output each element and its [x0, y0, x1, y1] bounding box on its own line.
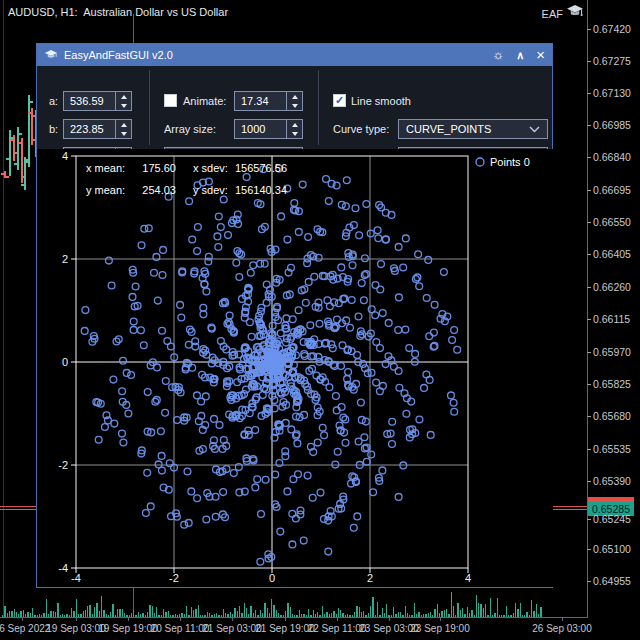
volume-bar[interactable]	[193, 610, 194, 617]
price-tick-label[interactable]: 0.66405	[593, 248, 631, 260]
volume-bar[interactable]	[152, 606, 153, 617]
volume-bar[interactable]	[156, 607, 157, 617]
volume-bar[interactable]	[89, 605, 90, 617]
volume-bar[interactable]	[87, 606, 88, 617]
volume-bar[interactable]	[405, 606, 406, 617]
candle-close-tick[interactable]	[19, 133, 22, 135]
volume-bar[interactable]	[273, 605, 274, 617]
array-size-input[interactable]	[235, 120, 286, 138]
volume-bar[interactable]	[467, 607, 468, 617]
price-tick[interactable]	[587, 352, 591, 353]
candle-open-tick[interactable]	[21, 184, 24, 186]
price-tick-label[interactable]: 0.65100	[593, 543, 631, 555]
candle-open-tick[interactable]	[32, 115, 35, 117]
time-tick[interactable]	[180, 618, 181, 621]
candle-bar[interactable]	[13, 135, 15, 161]
volume-bar[interactable]	[485, 604, 486, 617]
volume-bar[interactable]	[191, 607, 192, 617]
price-tick-label[interactable]: 0.67420	[593, 23, 631, 35]
time-tick[interactable]	[285, 618, 286, 621]
time-tick-label[interactable]: 23 Sep 19:00	[395, 623, 485, 634]
volume-bar[interactable]	[264, 603, 265, 617]
array-size-spin-up-button[interactable]	[287, 120, 302, 129]
volume-bar[interactable]	[370, 606, 371, 617]
price-tick[interactable]	[587, 254, 591, 255]
candle-open-tick[interactable]	[28, 112, 31, 114]
price-tick-label[interactable]: 0.65970	[593, 346, 631, 358]
volume-bar[interactable]	[14, 609, 15, 617]
candle-open-tick[interactable]	[6, 158, 9, 160]
volume-bar[interactable]	[453, 606, 454, 617]
time-tick[interactable]	[337, 618, 338, 621]
volume-bar[interactable]	[483, 608, 484, 617]
price-tick[interactable]	[587, 549, 591, 550]
volume-bar[interactable]	[246, 608, 247, 617]
animate-spin-up-button[interactable]	[287, 92, 302, 101]
volume-bar[interactable]	[451, 592, 452, 617]
volume-bar[interactable]	[85, 610, 86, 617]
close-icon[interactable]: ×	[536, 45, 545, 65]
volume-bar[interactable]	[234, 608, 235, 617]
curve-type-dropdown[interactable]: CURVE_POINTS	[398, 119, 548, 139]
volume-bar[interactable]	[149, 605, 150, 617]
candle-bar[interactable]	[28, 95, 30, 167]
volume-bar[interactable]	[4, 606, 5, 617]
volume-bar[interactable]	[356, 606, 357, 617]
volume-bar[interactable]	[23, 610, 24, 617]
candle-close-tick[interactable]	[6, 176, 9, 178]
volume-bar[interactable]	[490, 598, 491, 617]
volume-bar[interactable]	[32, 608, 33, 617]
price-tick[interactable]	[587, 157, 591, 158]
price-tick[interactable]	[587, 519, 591, 520]
volume-bar[interactable]	[382, 608, 383, 617]
candle-open-tick[interactable]	[1, 173, 4, 175]
volume-bar[interactable]	[520, 603, 521, 617]
price-tick-label[interactable]: 0.66985	[593, 119, 631, 131]
volume-bar[interactable]	[478, 603, 479, 617]
animate-checkbox[interactable]	[164, 94, 177, 107]
volume-bar[interactable]	[163, 609, 164, 617]
volume-bar[interactable]	[444, 610, 445, 617]
volume-bar[interactable]	[186, 606, 187, 617]
price-tick-label[interactable]: 0.67275	[593, 55, 631, 67]
b-spin-down-button[interactable]	[116, 129, 131, 138]
price-tick[interactable]	[587, 319, 591, 320]
price-tick[interactable]	[587, 449, 591, 450]
volume-bar[interactable]	[133, 610, 134, 617]
price-tick[interactable]	[587, 190, 591, 191]
a-input[interactable]	[64, 92, 115, 110]
volume-bar[interactable]	[198, 605, 199, 617]
volume-bar[interactable]	[223, 609, 224, 617]
volume-bar[interactable]	[338, 608, 339, 617]
volume-bar[interactable]	[386, 604, 387, 617]
volume-bar[interactable]	[515, 603, 516, 617]
price-tick[interactable]	[587, 416, 591, 417]
volume-bar[interactable]	[434, 609, 435, 617]
price-tick[interactable]	[587, 581, 591, 582]
time-tick[interactable]	[389, 618, 390, 621]
price-tick[interactable]	[587, 29, 591, 30]
volume-bar[interactable]	[480, 604, 481, 617]
price-tick[interactable]	[587, 222, 591, 223]
candle-open-tick[interactable]	[25, 159, 28, 161]
candle-open-tick[interactable]	[14, 163, 17, 165]
volume-bar[interactable]	[460, 610, 461, 617]
a-spin-down-button[interactable]	[116, 101, 131, 110]
animate-input[interactable]	[235, 92, 286, 110]
volume-bar[interactable]	[119, 609, 120, 617]
panel-titlebar[interactable]: EasyAndFastGUI v2.0 ☼ ∧ ×	[37, 44, 552, 66]
a-spin-up-button[interactable]	[116, 92, 131, 101]
volume-bar[interactable]	[536, 604, 537, 617]
price-tick-label[interactable]: 0.67130	[593, 87, 631, 99]
volume-bar[interactable]	[57, 603, 58, 617]
volume-bar[interactable]	[255, 610, 256, 617]
volume-bar[interactable]	[101, 596, 102, 617]
volume-bar[interactable]	[476, 595, 477, 617]
volume-bar[interactable]	[271, 599, 272, 617]
volume-bar[interactable]	[290, 607, 291, 617]
volume-bar[interactable]	[267, 608, 268, 617]
price-tick-label[interactable]: 0.66550	[593, 216, 631, 228]
tooltip-sun-icon[interactable]: ☼	[492, 44, 504, 66]
volume-bar[interactable]	[46, 599, 47, 617]
volume-bar[interactable]	[195, 609, 196, 617]
